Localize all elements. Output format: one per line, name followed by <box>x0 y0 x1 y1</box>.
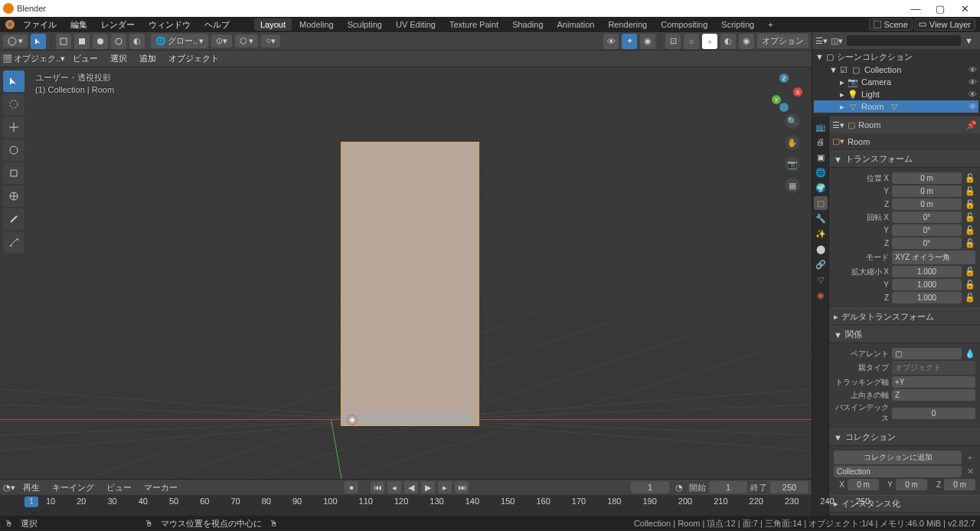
scale-x-field[interactable]: 1.000 <box>892 266 962 277</box>
eyedropper-icon[interactable]: 💧 <box>965 349 975 359</box>
lock-icon[interactable]: 🔓 <box>965 267 975 277</box>
xray-icon[interactable]: ⊡ <box>665 34 681 49</box>
gizmo-x-icon[interactable]: X <box>793 87 802 97</box>
tab-output-icon[interactable]: 🖨 <box>814 135 828 149</box>
editor-type-dropdown[interactable]: ▾ <box>3 34 28 48</box>
viewport-menu-view[interactable]: ビュー <box>68 51 103 66</box>
outliner-row-light[interactable]: ▸ 💡 Light 👁 <box>814 88 978 100</box>
rot-y-field[interactable]: 0° <box>892 225 962 236</box>
outliner-scene-collection[interactable]: ▼ ▢ シーンコレクション <box>814 51 978 64</box>
loc-y-field[interactable]: 0 m <box>892 185 962 197</box>
lock-icon[interactable]: 🔓 <box>965 280 975 290</box>
keyframe-next-icon[interactable]: ▸ <box>438 481 452 493</box>
panel-relations[interactable]: ▼ 関係 <box>829 326 980 343</box>
shade3-icon[interactable]: ◐ <box>720 34 736 49</box>
workspace-tab-uv[interactable]: UV Editing <box>390 18 442 31</box>
minimize-button[interactable]: — <box>903 3 928 15</box>
tab-world-icon[interactable]: 🌍 <box>814 181 828 195</box>
pan-icon[interactable]: ✋ <box>785 135 800 150</box>
rot-x-field[interactable]: 0° <box>892 211 962 223</box>
jump-end-icon[interactable]: ⏭ <box>455 481 469 493</box>
viewport-menu-select[interactable]: 選択 <box>106 51 132 66</box>
scale-y-field[interactable]: 1.000 <box>892 279 962 290</box>
timeline-editor-dropdown[interactable]: ◔▾ <box>3 483 15 493</box>
workspace-tab-compositing[interactable]: Compositing <box>655 18 714 31</box>
gizmos-icon[interactable]: ✦ <box>622 34 637 49</box>
outliner-row-room[interactable]: ▸ ▽ Room ▽ 👁 <box>814 100 978 113</box>
tool-rotate[interactable] <box>3 139 24 161</box>
panel-collections[interactable]: ▼ コレクション <box>829 428 980 446</box>
maximize-button[interactable]: ▢ <box>928 3 952 15</box>
timeline-menu-view[interactable]: ビュー <box>102 480 136 495</box>
scale-z-field[interactable]: 1.000 <box>892 292 962 303</box>
panel-instancing[interactable]: ▸ インスタンス化 <box>829 495 980 513</box>
tool-cursor[interactable] <box>3 93 24 115</box>
timeline-track[interactable]: 1 10203040506070809010011012013014015016… <box>0 495 812 516</box>
workspace-tab-sculpting[interactable]: Sculpting <box>341 18 388 31</box>
menu-file[interactable]: ファイル <box>17 18 63 32</box>
workspace-tab-texture[interactable]: Texture Paint <box>443 18 505 31</box>
matcap-icon[interactable] <box>93 34 108 49</box>
menu-render[interactable]: レンダー <box>95 18 141 32</box>
proportional-dropdown[interactable]: ○▾ <box>261 34 280 48</box>
wireframe-icon[interactable] <box>56 34 71 49</box>
add-collection-button[interactable]: コレクションに追加 <box>834 451 962 464</box>
menu-window[interactable]: ウィンドウ <box>142 18 197 32</box>
viewport-menu-object[interactable]: オブジェクト <box>164 51 224 66</box>
lock-icon[interactable]: 🔓 <box>965 238 975 248</box>
rot-mode-dropdown[interactable]: XYZ オイラー角 <box>892 251 975 264</box>
shade-icon[interactable]: ◐ <box>129 34 145 49</box>
workspace-tab-scripting[interactable]: Scripting <box>715 18 760 31</box>
panel-delta[interactable]: ▸ デルタトランスフォーム <box>829 308 980 326</box>
loc-x-field[interactable]: 0 m <box>892 172 962 184</box>
select-tool-icon[interactable] <box>31 34 46 49</box>
viewport-menu-add[interactable]: 追加 <box>135 51 161 66</box>
lock-icon[interactable]: 🔓 <box>965 225 975 235</box>
current-frame-field[interactable]: 1 <box>631 481 669 493</box>
shade2-icon[interactable]: ● <box>702 34 717 49</box>
tab-particles-icon[interactable]: ✨ <box>814 227 828 241</box>
zoom-icon[interactable]: 🔍 <box>785 113 800 129</box>
gizmo-z-icon[interactable]: Z <box>779 74 789 83</box>
pivot-dropdown[interactable]: ⊙▾ <box>211 34 232 48</box>
workspace-tab-animation[interactable]: Animation <box>551 18 601 31</box>
options-dropdown[interactable]: オプション <box>757 34 808 48</box>
tab-render-icon[interactable]: 📺 <box>814 120 828 133</box>
orientation-dropdown[interactable]: 🌐 グロー..▾ <box>151 34 208 48</box>
eye-icon[interactable]: 👁 <box>969 102 977 111</box>
mesh-room[interactable] <box>341 142 479 426</box>
coll-z-field[interactable]: 0 m <box>944 479 975 490</box>
pass-index-field[interactable]: 0 <box>892 408 975 419</box>
perspective-icon[interactable]: ▦ <box>785 178 800 193</box>
tab-modifiers-icon[interactable]: 🔧 <box>814 211 828 225</box>
pin-icon[interactable]: 📌 <box>966 120 977 130</box>
tab-viewlayer-icon[interactable]: ▣ <box>814 150 828 164</box>
panel-transform[interactable]: ▼ トランスフォーム <box>829 150 980 168</box>
timeline-menu-keying[interactable]: キーイング <box>47 480 99 495</box>
gizmo-y-icon[interactable]: Y <box>772 95 781 104</box>
collection-name-field[interactable]: Collection <box>834 466 962 477</box>
overlays-icon[interactable]: ◉ <box>640 34 655 49</box>
tool-annotate[interactable] <box>3 208 24 230</box>
outliner-search-input[interactable] <box>846 34 962 47</box>
tool-measure[interactable] <box>3 231 24 253</box>
gizmo-neg-icon[interactable] <box>779 103 789 112</box>
shade4-icon[interactable]: ◉ <box>739 34 754 49</box>
tool-move[interactable] <box>3 116 24 138</box>
loc-z-field[interactable]: 0 m <box>892 198 962 210</box>
remove-icon[interactable]: ✕ <box>965 467 975 477</box>
keyframe-prev-icon[interactable]: ◂ <box>387 481 401 493</box>
workspace-tab-shading[interactable]: Shading <box>506 18 549 31</box>
autokey-icon[interactable]: ● <box>345 481 358 493</box>
rot-z-field[interactable]: 0° <box>892 238 962 249</box>
workspace-tab-rendering[interactable]: Rendering <box>602 18 653 31</box>
camera-view-icon[interactable]: 📷 <box>785 156 800 172</box>
parent-field[interactable]: ▢ <box>892 348 962 359</box>
lock-icon[interactable]: 🔓 <box>965 293 975 303</box>
mode-dropdown[interactable]: ▦ オブジェク..▾ <box>3 53 65 64</box>
shade1-icon[interactable]: ○ <box>684 34 699 49</box>
outliner-row-collection[interactable]: ▼ ☑ ▢ Collection 👁 <box>814 64 978 76</box>
start-frame-field[interactable]: 1 <box>709 481 747 493</box>
tab-meshdata-icon[interactable]: ▽ <box>814 273 828 287</box>
eye-icon[interactable]: 👁 <box>969 90 977 99</box>
